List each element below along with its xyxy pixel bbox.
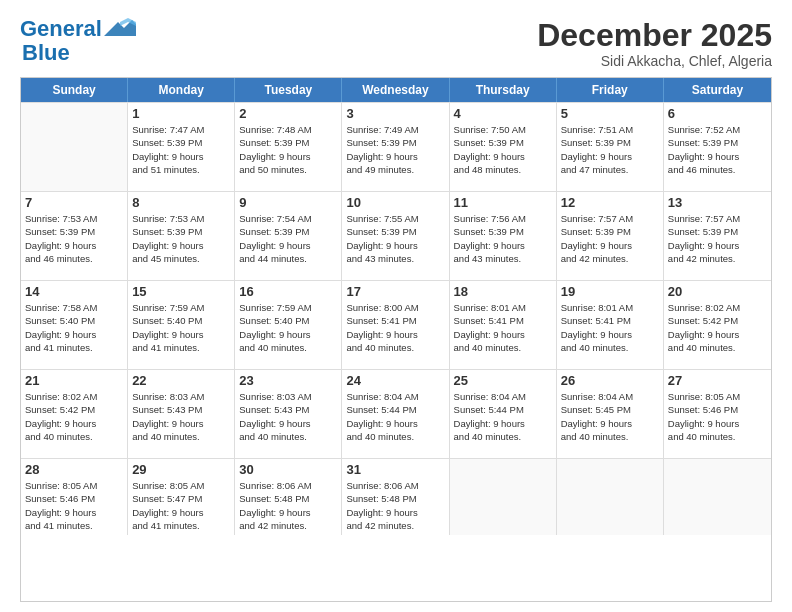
cell-line: Daylight: 9 hours <box>561 239 659 252</box>
cell-line: Daylight: 9 hours <box>346 150 444 163</box>
calendar-cell: 24Sunrise: 8:04 AMSunset: 5:44 PMDayligh… <box>342 370 449 458</box>
cell-line: Sunrise: 7:53 AM <box>25 212 123 225</box>
cell-line: and 40 minutes. <box>454 430 552 443</box>
cell-line: Sunset: 5:39 PM <box>561 225 659 238</box>
cell-line: Sunset: 5:41 PM <box>346 314 444 327</box>
calendar-cell: 13Sunrise: 7:57 AMSunset: 5:39 PMDayligh… <box>664 192 771 280</box>
calendar-cell: 30Sunrise: 8:06 AMSunset: 5:48 PMDayligh… <box>235 459 342 535</box>
cell-line: and 49 minutes. <box>346 163 444 176</box>
day-number: 24 <box>346 373 444 388</box>
calendar-cell: 5Sunrise: 7:51 AMSunset: 5:39 PMDaylight… <box>557 103 664 191</box>
calendar-day-header: Tuesday <box>235 78 342 102</box>
cell-line: Sunset: 5:46 PM <box>668 403 767 416</box>
day-number: 19 <box>561 284 659 299</box>
cell-line: and 41 minutes. <box>132 519 230 532</box>
cell-line: Sunset: 5:42 PM <box>668 314 767 327</box>
cell-line: Sunrise: 7:59 AM <box>239 301 337 314</box>
calendar-cell: 29Sunrise: 8:05 AMSunset: 5:47 PMDayligh… <box>128 459 235 535</box>
day-number: 5 <box>561 106 659 121</box>
calendar-cell <box>21 103 128 191</box>
cell-line: Sunset: 5:47 PM <box>132 492 230 505</box>
day-number: 9 <box>239 195 337 210</box>
cell-line: Sunset: 5:41 PM <box>454 314 552 327</box>
page: General Blue December 2025 Sidi Akkacha,… <box>0 0 792 612</box>
cell-line: Sunset: 5:40 PM <box>239 314 337 327</box>
cell-line: Daylight: 9 hours <box>346 239 444 252</box>
day-number: 12 <box>561 195 659 210</box>
cell-line: Daylight: 9 hours <box>668 150 767 163</box>
calendar-cell: 8Sunrise: 7:53 AMSunset: 5:39 PMDaylight… <box>128 192 235 280</box>
cell-line: and 40 minutes. <box>346 430 444 443</box>
day-number: 8 <box>132 195 230 210</box>
cell-line: Daylight: 9 hours <box>239 328 337 341</box>
cell-line: Sunset: 5:44 PM <box>454 403 552 416</box>
cell-line: and 42 minutes. <box>239 519 337 532</box>
cell-line: Sunrise: 8:01 AM <box>561 301 659 314</box>
calendar-day-header: Monday <box>128 78 235 102</box>
cell-line: Sunset: 5:39 PM <box>454 225 552 238</box>
cell-line: Sunset: 5:43 PM <box>239 403 337 416</box>
day-number: 14 <box>25 284 123 299</box>
cell-line: Sunrise: 8:03 AM <box>132 390 230 403</box>
day-number: 21 <box>25 373 123 388</box>
day-number: 20 <box>668 284 767 299</box>
calendar-cell: 11Sunrise: 7:56 AMSunset: 5:39 PMDayligh… <box>450 192 557 280</box>
cell-line: Sunset: 5:39 PM <box>454 136 552 149</box>
cell-line: Sunrise: 8:05 AM <box>132 479 230 492</box>
calendar-cell: 9Sunrise: 7:54 AMSunset: 5:39 PMDaylight… <box>235 192 342 280</box>
calendar-cell: 31Sunrise: 8:06 AMSunset: 5:48 PMDayligh… <box>342 459 449 535</box>
cell-line: Daylight: 9 hours <box>668 328 767 341</box>
calendar-cell: 2Sunrise: 7:48 AMSunset: 5:39 PMDaylight… <box>235 103 342 191</box>
day-number: 7 <box>25 195 123 210</box>
calendar-week-row: 7Sunrise: 7:53 AMSunset: 5:39 PMDaylight… <box>21 191 771 280</box>
cell-line: Sunset: 5:40 PM <box>132 314 230 327</box>
calendar-day-header: Saturday <box>664 78 771 102</box>
calendar-cell: 21Sunrise: 8:02 AMSunset: 5:42 PMDayligh… <box>21 370 128 458</box>
calendar: SundayMondayTuesdayWednesdayThursdayFrid… <box>20 77 772 602</box>
cell-line: Sunrise: 7:52 AM <box>668 123 767 136</box>
cell-line: and 40 minutes. <box>346 341 444 354</box>
cell-line: Sunset: 5:48 PM <box>239 492 337 505</box>
day-number: 25 <box>454 373 552 388</box>
cell-line: Sunset: 5:46 PM <box>25 492 123 505</box>
cell-line: Sunset: 5:39 PM <box>668 225 767 238</box>
cell-line: and 40 minutes. <box>561 430 659 443</box>
cell-line: and 42 minutes. <box>346 519 444 532</box>
calendar-cell: 12Sunrise: 7:57 AMSunset: 5:39 PMDayligh… <box>557 192 664 280</box>
calendar-cell: 3Sunrise: 7:49 AMSunset: 5:39 PMDaylight… <box>342 103 449 191</box>
cell-line: Sunrise: 7:47 AM <box>132 123 230 136</box>
cell-line: and 41 minutes. <box>25 341 123 354</box>
cell-line: Daylight: 9 hours <box>25 417 123 430</box>
cell-line: and 43 minutes. <box>454 252 552 265</box>
day-number: 3 <box>346 106 444 121</box>
cell-line: Daylight: 9 hours <box>668 417 767 430</box>
cell-line: and 48 minutes. <box>454 163 552 176</box>
cell-line: and 45 minutes. <box>132 252 230 265</box>
cell-line: Sunrise: 8:00 AM <box>346 301 444 314</box>
day-number: 22 <box>132 373 230 388</box>
cell-line: Sunrise: 8:05 AM <box>668 390 767 403</box>
header: General Blue December 2025 Sidi Akkacha,… <box>20 18 772 69</box>
cell-line: Daylight: 9 hours <box>239 417 337 430</box>
cell-line: Daylight: 9 hours <box>454 150 552 163</box>
cell-line: Daylight: 9 hours <box>132 239 230 252</box>
day-number: 29 <box>132 462 230 477</box>
cell-line: Sunrise: 7:58 AM <box>25 301 123 314</box>
calendar-day-header: Wednesday <box>342 78 449 102</box>
cell-line: Sunset: 5:39 PM <box>668 136 767 149</box>
day-number: 31 <box>346 462 444 477</box>
cell-line: and 40 minutes. <box>561 341 659 354</box>
cell-line: Daylight: 9 hours <box>25 328 123 341</box>
cell-line: and 50 minutes. <box>239 163 337 176</box>
cell-line: Sunrise: 8:03 AM <box>239 390 337 403</box>
cell-line: and 41 minutes. <box>132 341 230 354</box>
calendar-cell: 28Sunrise: 8:05 AMSunset: 5:46 PMDayligh… <box>21 459 128 535</box>
cell-line: and 40 minutes. <box>239 430 337 443</box>
cell-line: Sunrise: 7:50 AM <box>454 123 552 136</box>
cell-line: Daylight: 9 hours <box>346 506 444 519</box>
day-number: 26 <box>561 373 659 388</box>
cell-line: Sunset: 5:39 PM <box>239 225 337 238</box>
day-number: 27 <box>668 373 767 388</box>
cell-line: and 40 minutes. <box>132 430 230 443</box>
cell-line: and 40 minutes. <box>25 430 123 443</box>
